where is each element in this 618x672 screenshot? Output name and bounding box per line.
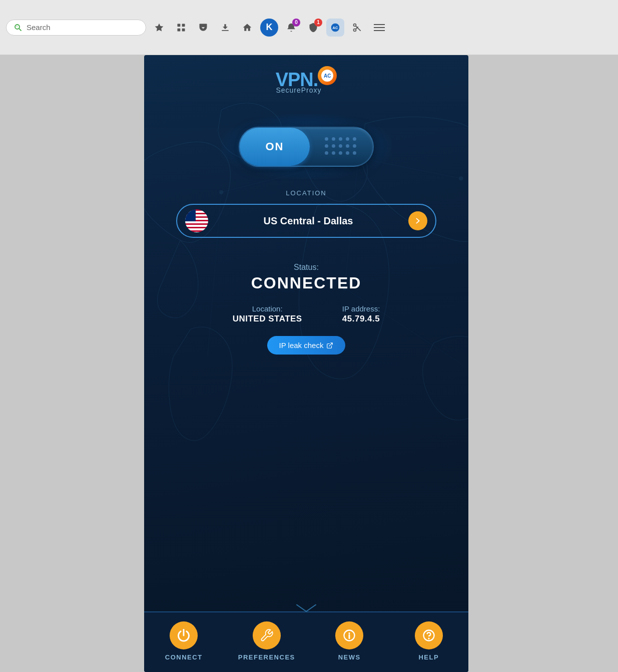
- svg-text:AC: AC: [333, 26, 338, 30]
- location-next-button[interactable]: [408, 211, 427, 230]
- download-icon[interactable]: [216, 19, 234, 37]
- ip-detail: IP address: 45.79.4.5: [342, 304, 380, 324]
- location-label: LOCATION: [286, 189, 327, 197]
- nav-preferences[interactable]: PREFERENCES: [238, 621, 295, 661]
- svg-rect-5: [178, 28, 181, 31]
- bell-badge: 0: [292, 19, 300, 27]
- nav-help-label: HELP: [418, 653, 439, 661]
- bottom-navigation: CONNECT PREFERENCES NEWS: [144, 611, 468, 672]
- svg-point-10: [354, 29, 356, 31]
- svg-point-2: [16, 26, 18, 27]
- status-label: Status:: [251, 263, 362, 272]
- info-icon-container: [335, 621, 363, 649]
- nav-separator-chevron: [296, 604, 316, 614]
- browser-toolbar: Search K 0 1 AC: [0, 0, 618, 55]
- nav-connect[interactable]: CONNECT: [159, 621, 209, 661]
- external-link-icon: [326, 342, 333, 349]
- ip-detail-value: 45.79.4.5: [342, 314, 380, 324]
- status-details: Location: UNITED STATES IP address: 45.7…: [233, 304, 380, 324]
- location-flag-us: [185, 209, 208, 232]
- toggle-dots: [325, 137, 358, 156]
- vpn-logo-badge: AC: [318, 66, 337, 85]
- info-icon: [342, 628, 356, 642]
- bell-icon[interactable]: 0: [282, 19, 300, 37]
- vpn-subtitle: SecureProxy: [276, 86, 321, 94]
- chevron-right-icon: [414, 217, 422, 225]
- wrench-icon-container: [253, 621, 281, 649]
- location-detail: Location: UNITED STATES: [233, 304, 302, 324]
- svg-point-9: [354, 24, 356, 26]
- location-name: US Central - Dallas: [216, 215, 400, 227]
- vpn-badge-text: AC: [324, 73, 331, 79]
- search-box[interactable]: Search: [6, 20, 146, 36]
- status-value: CONNECTED: [251, 274, 362, 292]
- nav-preferences-label: PREFERENCES: [238, 653, 295, 661]
- ip-leak-check-button[interactable]: IP leak check: [267, 336, 346, 355]
- svg-rect-6: [182, 28, 185, 31]
- vpn-toggle-container: ON: [221, 114, 391, 179]
- search-icon: [14, 23, 23, 32]
- location-selector[interactable]: US Central - Dallas: [176, 204, 436, 238]
- ac-extension-icon[interactable]: AC: [326, 19, 344, 37]
- menu-icon[interactable]: [370, 19, 388, 37]
- scissors-icon[interactable]: [348, 19, 366, 37]
- toggle-state: ON: [266, 140, 284, 153]
- vpn-popup: VPN. AC SecureProxy ON: [144, 55, 468, 672]
- status-section: Status: CONNECTED: [251, 263, 362, 292]
- nav-help[interactable]: HELP: [404, 621, 454, 661]
- pocket-icon[interactable]: [194, 19, 212, 37]
- home-icon[interactable]: [238, 19, 256, 37]
- grid-icon[interactable]: [172, 19, 190, 37]
- nav-connect-label: CONNECT: [165, 653, 203, 661]
- wrench-icon: [260, 628, 274, 642]
- vpn-main-content: VPN. AC SecureProxy ON: [144, 55, 468, 611]
- question-icon-container: [415, 621, 443, 649]
- shield-badge: 1: [314, 19, 322, 27]
- question-icon: [422, 628, 436, 642]
- svg-rect-3: [178, 24, 181, 27]
- ip-leak-check-label: IP leak check: [279, 341, 324, 350]
- vpn-toggle[interactable]: ON: [239, 127, 374, 167]
- search-input[interactable]: Search: [27, 23, 51, 32]
- location-detail-label: Location:: [233, 304, 302, 313]
- power-icon-container: [170, 621, 198, 649]
- svg-line-1: [19, 28, 21, 30]
- k-extension-icon[interactable]: K: [260, 19, 278, 37]
- bookmarks-star-icon[interactable]: [150, 19, 168, 37]
- power-icon: [177, 628, 191, 642]
- vpn-logo: VPN. AC SecureProxy: [276, 70, 337, 94]
- nav-news[interactable]: NEWS: [324, 621, 374, 661]
- nav-news-label: NEWS: [338, 653, 361, 661]
- shield-icon[interactable]: 1: [304, 19, 322, 37]
- ip-detail-label: IP address:: [342, 304, 380, 313]
- location-detail-value: UNITED STATES: [233, 314, 302, 324]
- svg-rect-4: [182, 24, 185, 27]
